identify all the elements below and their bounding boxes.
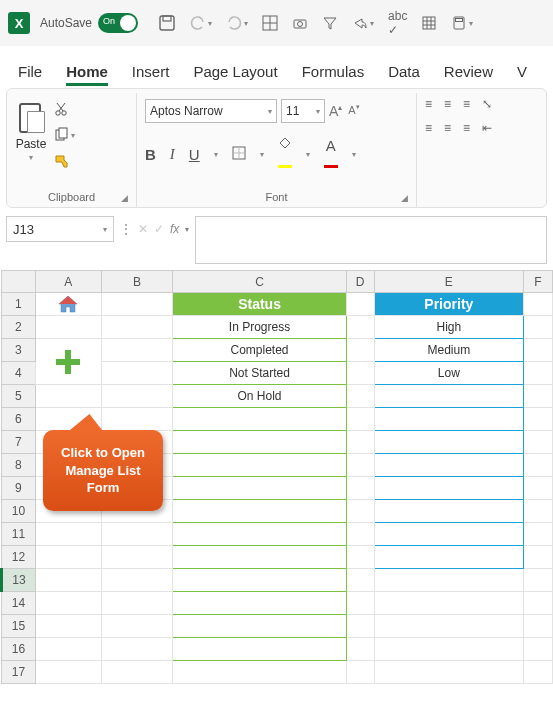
align-middle-icon[interactable]: ≡ xyxy=(444,97,451,111)
cell[interactable]: Status xyxy=(173,293,346,316)
row-header[interactable]: 10 xyxy=(2,500,36,523)
cell[interactable] xyxy=(173,454,346,477)
cell[interactable] xyxy=(524,339,553,362)
cell[interactable] xyxy=(524,408,553,431)
cell[interactable] xyxy=(524,523,553,546)
cell[interactable] xyxy=(524,546,553,569)
tab-page-layout[interactable]: Page Layout xyxy=(193,63,277,86)
col-header[interactable]: C xyxy=(173,271,346,293)
more-icon[interactable]: ⋮ xyxy=(120,222,132,236)
row-header[interactable]: 4 xyxy=(2,362,36,385)
cell[interactable] xyxy=(101,385,173,408)
cell[interactable] xyxy=(346,408,374,431)
cell[interactable] xyxy=(524,477,553,500)
save-icon[interactable] xyxy=(158,14,176,32)
italic-button[interactable]: I xyxy=(170,146,175,163)
cut-button[interactable] xyxy=(53,101,75,117)
align-top-icon[interactable]: ≡ xyxy=(425,97,432,111)
row-header[interactable]: 3 xyxy=(2,339,36,362)
cell[interactable] xyxy=(524,454,553,477)
align-right-icon[interactable]: ≡ xyxy=(463,121,470,135)
cell[interactable] xyxy=(35,316,101,339)
tab-review[interactable]: Review xyxy=(444,63,493,86)
share-icon[interactable]: ▾ xyxy=(352,15,374,31)
underline-button[interactable]: U xyxy=(189,146,200,163)
paste-button[interactable]: Paste ▾ xyxy=(15,99,47,162)
cell[interactable] xyxy=(374,500,523,523)
cell[interactable] xyxy=(101,408,173,431)
format-painter-button[interactable] xyxy=(53,153,75,169)
cell[interactable]: Low xyxy=(374,362,523,385)
cell[interactable] xyxy=(374,431,523,454)
row-header[interactable]: 9 xyxy=(2,477,36,500)
cell[interactable] xyxy=(374,385,523,408)
font-name-dropdown[interactable]: Aptos Narrow▾ xyxy=(145,99,277,123)
cell[interactable] xyxy=(524,615,553,638)
cell[interactable] xyxy=(524,638,553,661)
font-color-button[interactable]: A xyxy=(324,137,338,171)
cell[interactable] xyxy=(173,615,346,638)
cell[interactable] xyxy=(173,592,346,615)
cell[interactable] xyxy=(101,293,173,316)
calculator-icon[interactable]: ▾ xyxy=(451,15,473,31)
row-header[interactable]: 8 xyxy=(2,454,36,477)
tab-formulas[interactable]: Formulas xyxy=(302,63,365,86)
cell[interactable] xyxy=(173,477,346,500)
cell[interactable]: High xyxy=(374,316,523,339)
cell[interactable] xyxy=(346,293,374,316)
cell[interactable] xyxy=(101,546,173,569)
col-header[interactable]: A xyxy=(35,271,101,293)
cell[interactable] xyxy=(346,523,374,546)
cell[interactable] xyxy=(173,431,346,454)
camera-icon[interactable] xyxy=(292,15,308,31)
chevron-down-icon[interactable]: ▾ xyxy=(29,153,33,162)
cell[interactable] xyxy=(346,339,374,362)
formula-input[interactable] xyxy=(195,216,547,264)
cell[interactable] xyxy=(173,500,346,523)
cell[interactable] xyxy=(374,638,523,661)
orientation-icon[interactable]: ⤡ xyxy=(482,97,492,111)
spelling-icon[interactable]: abc✓ xyxy=(388,9,407,37)
cell[interactable] xyxy=(524,385,553,408)
undo-button[interactable]: ▾ xyxy=(190,15,212,31)
cell[interactable]: Medium xyxy=(374,339,523,362)
cell[interactable] xyxy=(346,316,374,339)
tab-data[interactable]: Data xyxy=(388,63,420,86)
cell[interactable] xyxy=(346,500,374,523)
bold-button[interactable]: B xyxy=(145,146,156,163)
select-all-corner[interactable] xyxy=(2,271,36,293)
row-header[interactable]: 12 xyxy=(2,546,36,569)
cell[interactable] xyxy=(35,523,101,546)
cell[interactable]: Not Started xyxy=(173,362,346,385)
cell[interactable] xyxy=(346,592,374,615)
name-box[interactable]: J13▾ xyxy=(6,216,114,242)
dialog-launcher-icon[interactable]: ◢ xyxy=(401,193,408,203)
cell[interactable] xyxy=(173,523,346,546)
cell[interactable] xyxy=(346,454,374,477)
cell[interactable] xyxy=(173,569,346,592)
cell[interactable] xyxy=(173,638,346,661)
cell[interactable] xyxy=(346,569,374,592)
cell[interactable] xyxy=(101,592,173,615)
cell[interactable] xyxy=(346,661,374,684)
borders-button[interactable] xyxy=(232,146,246,163)
tab-view-partial[interactable]: V xyxy=(517,63,527,86)
col-header[interactable]: E xyxy=(374,271,523,293)
cell[interactable] xyxy=(101,615,173,638)
align-center-icon[interactable]: ≡ xyxy=(444,121,451,135)
cell[interactable] xyxy=(173,546,346,569)
cell[interactable] xyxy=(374,523,523,546)
row-header[interactable]: 6 xyxy=(2,408,36,431)
row-header[interactable]: 1 xyxy=(2,293,36,316)
cell[interactable] xyxy=(374,477,523,500)
home-icon[interactable] xyxy=(36,293,101,315)
cell[interactable] xyxy=(346,546,374,569)
cell[interactable] xyxy=(346,385,374,408)
cell[interactable] xyxy=(101,569,173,592)
cell[interactable] xyxy=(346,362,374,385)
cell[interactable] xyxy=(35,661,101,684)
cell[interactable] xyxy=(173,661,346,684)
grid-icon[interactable] xyxy=(421,15,437,31)
cell[interactable] xyxy=(374,592,523,615)
cell[interactable] xyxy=(101,339,173,362)
